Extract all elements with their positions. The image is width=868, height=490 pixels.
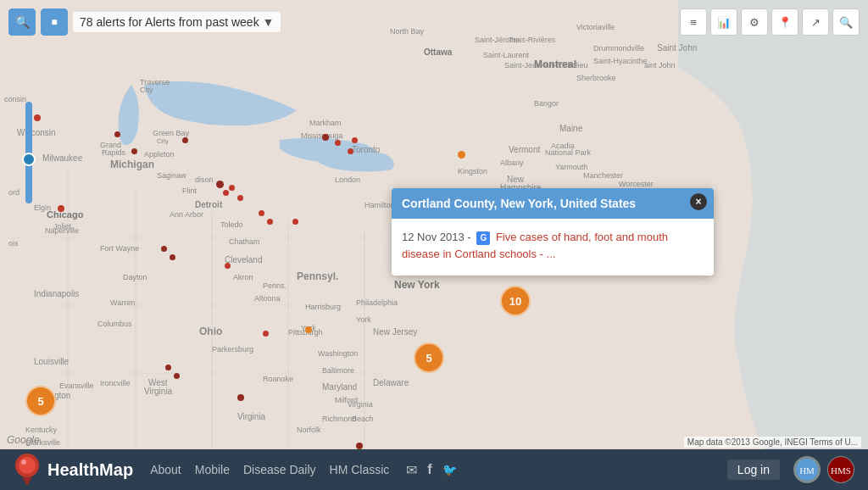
map-dot-23[interactable]: [58, 205, 64, 212]
svg-text:Roanoke: Roanoke: [263, 375, 293, 383]
zoom-button[interactable]: 🔍: [832, 8, 860, 36]
map-dot-25[interactable]: [356, 443, 363, 449]
search-icon: 🔍: [15, 15, 30, 29]
share-button[interactable]: ↗: [802, 8, 829, 36]
svg-text:Toronto: Toronto: [352, 145, 381, 154]
popup-title: Cortland County, New York, United States: [402, 197, 636, 210]
svg-text:Parkersburg: Parkersburg: [212, 345, 253, 354]
pin-button[interactable]: 📍: [771, 8, 798, 36]
map-dot-15[interactable]: [174, 373, 180, 379]
svg-point-113: [19, 457, 36, 474]
map-dot-12[interactable]: [170, 254, 175, 260]
svg-text:Milwaukee: Milwaukee: [42, 153, 83, 163]
svg-text:Kentucky: Kentucky: [25, 426, 58, 434]
map-dot-3[interactable]: [182, 137, 188, 143]
svg-text:Evansville: Evansville: [59, 381, 94, 390]
alert-label[interactable]: 78 alerts for Alerts from past week ▼: [73, 12, 281, 32]
partner-logo-1: HM: [793, 456, 821, 483]
map-dot-6[interactable]: [229, 185, 235, 191]
svg-text:Markham: Markham: [309, 119, 342, 127]
alert-text: 78 alerts for Alerts from past week: [80, 15, 259, 29]
svg-text:Pennsyl.: Pennsyl.: [297, 270, 338, 282]
facebook-icon[interactable]: f: [427, 462, 431, 477]
cluster-c2[interactable]: 5: [414, 342, 444, 373]
svg-text:HM: HM: [799, 465, 815, 476]
logo-area: HealthMap: [14, 454, 133, 486]
search-button[interactable]: 🔍: [8, 8, 36, 36]
healthmap-pin-icon: [14, 454, 41, 486]
svg-text:Green Bay: Green Bay: [153, 129, 190, 137]
svg-text:New Jersey: New Jersey: [373, 327, 417, 337]
map-dot-2[interactable]: [131, 148, 137, 154]
login-button[interactable]: Log in: [727, 459, 780, 480]
map-dot-11[interactable]: [161, 246, 167, 252]
map-dot-17[interactable]: [305, 326, 312, 333]
svg-text:Appleton: Appleton: [144, 150, 175, 159]
svg-text:Chatham: Chatham: [229, 237, 260, 246]
svg-text:Akron: Akron: [233, 273, 253, 281]
map-dot-24[interactable]: [237, 394, 244, 401]
svg-text:Harrisburg: Harrisburg: [305, 303, 341, 311]
email-icon[interactable]: ✉: [406, 462, 417, 478]
map-dot-8[interactable]: [259, 210, 264, 216]
nav-mobile[interactable]: Mobile: [195, 463, 230, 476]
dropdown-arrow: ▼: [259, 15, 275, 29]
map-dot-9[interactable]: [267, 219, 273, 225]
zoom-icon: 🔍: [839, 16, 853, 29]
map-dot-4[interactable]: [216, 181, 224, 188]
cluster-c3[interactable]: 5: [25, 386, 56, 416]
list-view-button[interactable]: ≡: [680, 8, 707, 36]
map-dot-19[interactable]: [335, 140, 341, 146]
svg-text:Washington: Washington: [318, 349, 358, 358]
svg-text:Virginia: Virginia: [144, 387, 173, 396]
nav-social: ✉ f 🐦: [406, 462, 456, 478]
svg-text:Louisville: Louisville: [34, 357, 70, 366]
right-toolbar: ≡ 📊 ⚙ 📍 ↗ 🔍: [680, 8, 860, 36]
map-dot-5[interactable]: [223, 190, 229, 196]
map-dot-13[interactable]: [225, 263, 231, 269]
svg-text:Sherbrooke: Sherbrooke: [576, 74, 616, 82]
top-toolbar: 🔍 ■ 78 alerts for Alerts from past week …: [8, 8, 281, 36]
chart-view-button[interactable]: 📊: [710, 8, 737, 36]
map-dot-7[interactable]: [237, 195, 243, 201]
svg-text:Warren: Warren: [110, 298, 135, 307]
slider-handle[interactable]: [22, 153, 36, 166]
map-dot-10[interactable]: [292, 219, 298, 225]
svg-text:Vermont: Vermont: [509, 145, 540, 154]
settings-button[interactable]: ⚙: [741, 8, 768, 36]
svg-text:Penns.: Penns.: [263, 281, 287, 290]
map-dot-1[interactable]: [114, 131, 120, 137]
google-logo: Google: [7, 434, 40, 446]
svg-text:Delaware: Delaware: [373, 378, 409, 387]
nav-hm-classic[interactable]: HM Classic: [330, 463, 390, 476]
nav-about[interactable]: About: [150, 463, 181, 476]
svg-text:HMS: HMS: [831, 465, 851, 476]
svg-text:Saint-Jérome: Saint-Jérome: [475, 36, 520, 44]
map-dot-20[interactable]: [348, 148, 353, 154]
gear-icon: ⚙: [749, 16, 760, 29]
svg-point-116: [21, 459, 26, 465]
nav-disease-daily[interactable]: Disease Daily: [243, 463, 316, 476]
svg-text:Toledo: Toledo: [220, 220, 243, 229]
svg-text:Beach: Beach: [352, 415, 374, 423]
map-dot-22[interactable]: [458, 151, 465, 159]
bottom-nav: HealthMap About Mobile Disease Daily HM …: [0, 449, 868, 490]
map-dot-18[interactable]: [322, 134, 329, 141]
svg-text:Michigan: Michigan: [110, 159, 154, 170]
map-container[interactable]: Wisconsin consin Milwaukee ord Chicago N…: [0, 0, 868, 449]
svg-text:Fort Wayne: Fort Wayne: [100, 244, 139, 253]
svg-text:Wisconsin: Wisconsin: [17, 128, 56, 137]
video-button[interactable]: ■: [41, 8, 68, 36]
svg-text:Victoriaville: Victoriaville: [576, 23, 615, 31]
map-dot-21[interactable]: [352, 137, 358, 143]
svg-text:Philadelphia: Philadelphia: [356, 298, 398, 307]
map-dot-14[interactable]: [165, 365, 171, 370]
popup-close-button[interactable]: ×: [690, 193, 707, 210]
zoom-slider[interactable]: [25, 102, 32, 203]
map-dot-16[interactable]: [263, 331, 269, 337]
twitter-icon[interactable]: 🐦: [442, 463, 457, 476]
svg-text:Ohio: Ohio: [199, 326, 222, 337]
cluster-c1[interactable]: 10: [500, 286, 531, 316]
svg-text:Saint John: Saint John: [657, 43, 697, 53]
map-dot-0[interactable]: [34, 114, 41, 121]
